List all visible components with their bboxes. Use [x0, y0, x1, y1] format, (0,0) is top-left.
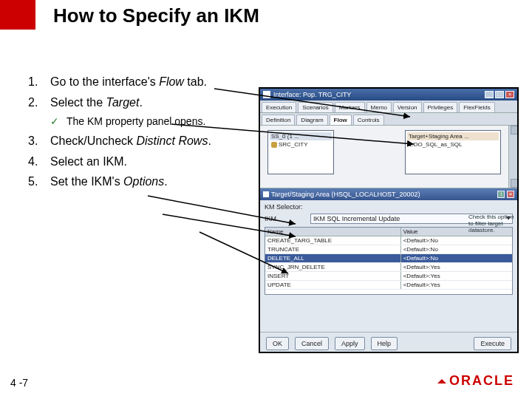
- maximize-button[interactable]: □: [495, 91, 504, 98]
- km-description: Check this option to filter target datas…: [468, 214, 514, 233]
- tab-memo[interactable]: Memo: [366, 102, 392, 112]
- panel-icon: [263, 191, 269, 197]
- step2-text-a: Select the: [50, 96, 106, 109]
- substep-text: The KM property panel opens.: [66, 115, 205, 129]
- opt-value: <Default>:Yes: [401, 281, 512, 289]
- substep-1: ✓ The KM property panel opens.: [50, 115, 250, 129]
- km-panel-title: Target/Staging Area (HSQL_LOCALHOST_2000…: [271, 191, 420, 198]
- step-num: 4.: [28, 154, 50, 170]
- target-row: 1:DO_SQL_as_SQL: [407, 140, 499, 149]
- tabs-row-2: Definition Diagram Flow Controls: [260, 113, 517, 126]
- step-num: 2.: [28, 95, 50, 111]
- km-panel-body: KM Selector: IKM IKM SQL Incremental Upd…: [260, 200, 517, 332]
- opt-name: SYNC_JRN_DELETE: [265, 263, 401, 271]
- grid-row[interactable]: CREATE_TARG_TABLE<Default>:No: [265, 236, 512, 245]
- step2-text-b: .: [139, 96, 142, 109]
- opt-name: INSERT: [265, 272, 401, 280]
- oracle-logo-text: ORACLE: [449, 373, 514, 388]
- tab-scenarios[interactable]: Scenarios: [298, 102, 333, 112]
- step2-target: Target: [106, 96, 140, 109]
- grid-row[interactable]: INSERT<Default>:Yes: [265, 272, 512, 281]
- close-button[interactable]: ×: [505, 91, 514, 98]
- km-selector-label: KM Selector:: [265, 203, 310, 211]
- step-4: 4. Select an IKM.: [28, 154, 250, 170]
- oracle-logo: ORACLE: [437, 373, 514, 389]
- brand-red-block: [0, 0, 35, 30]
- source-header: SS_0 (1 ...: [270, 132, 332, 140]
- page-number: 4 -7: [10, 377, 28, 389]
- tab-version[interactable]: Version: [393, 102, 422, 112]
- tab-diagram[interactable]: Diagram: [296, 115, 327, 125]
- ikm-label: IKM: [265, 215, 310, 222]
- ikm-select-value: IKM SQL Incremental Update: [313, 215, 400, 222]
- step5-text-a: Set the IKM's: [50, 175, 123, 188]
- minimize-button[interactable]: _: [485, 91, 494, 98]
- source-row: SRC_CITY: [270, 140, 332, 149]
- opt-name: UPDATE: [265, 281, 401, 289]
- grid-row[interactable]: DELETE_ALL<Default>:No: [265, 254, 512, 263]
- ok-button[interactable]: OK: [266, 337, 289, 350]
- opt-name: DELETE_ALL: [265, 254, 401, 262]
- execute-button[interactable]: Execute: [474, 337, 511, 350]
- opt-value: <Default>:No: [401, 254, 512, 262]
- source-set-box[interactable]: SS_0 (1 ... SRC_CITY: [267, 130, 334, 174]
- app-icon: [263, 91, 270, 98]
- tab-flexfields[interactable]: FlexFields: [459, 102, 494, 112]
- app-window: Interface: Pop. TRG_CITY _ □ × Execution…: [259, 87, 519, 353]
- oracle-mark-icon: [437, 379, 446, 383]
- table-icon: [271, 142, 277, 148]
- step4-text: Select an IKM.: [50, 154, 250, 170]
- flow-canvas[interactable]: SS_0 (1 ... SRC_CITY Target+Staging Area…: [260, 126, 517, 188]
- options-grid[interactable]: Name Value CREATE_TARG_TABLE<Default>:No…: [265, 227, 513, 295]
- target-staging-box[interactable]: Target+Staging Area ... 1:DO_SQL_as_SQL: [405, 130, 501, 174]
- apply-button[interactable]: Apply: [335, 337, 365, 350]
- step-1: 1. Go to the interface's Flow tab.: [28, 74, 250, 90]
- tab-definition[interactable]: Definition: [262, 115, 295, 125]
- dialog-buttons: OK Cancel Apply Help Execute: [260, 332, 517, 353]
- step3-text-a: Check/Uncheck: [50, 134, 137, 147]
- step3-distinct: Distinct Rows: [137, 134, 208, 147]
- opt-value: <Default>:No: [401, 236, 512, 245]
- step1-text-b: tab.: [184, 75, 207, 88]
- step-num: 1.: [28, 74, 50, 90]
- opt-name: TRUNCATE: [265, 245, 401, 253]
- opt-name: CREATE_TARG_TABLE: [265, 236, 401, 245]
- panel-dock-button[interactable]: ↕: [497, 191, 505, 198]
- tabs-row-1: Execution Scenarios Markers Memo Version…: [260, 100, 517, 113]
- window-titlebar[interactable]: Interface: Pop. TRG_CITY _ □ ×: [260, 89, 517, 100]
- opt-value: <Default>:No: [401, 245, 512, 253]
- step1-flow: Flow: [159, 75, 184, 88]
- help-button[interactable]: Help: [371, 337, 398, 350]
- steps-list: 1. Go to the interface's Flow tab. 2. Se…: [28, 74, 250, 194]
- cancel-button[interactable]: Cancel: [295, 337, 329, 350]
- panel-close-button[interactable]: ×: [507, 191, 514, 198]
- step-num: 3.: [28, 133, 50, 149]
- km-panel-titlebar: Target/Staging Area (HSQL_LOCALHOST_2000…: [260, 188, 517, 200]
- step1-text-a: Go to the interface's: [50, 75, 159, 88]
- grid-row[interactable]: SYNC_JRN_DELETE<Default>:Yes: [265, 263, 512, 272]
- step-num: 5.: [28, 174, 50, 190]
- target-header: Target+Staging Area ...: [407, 132, 499, 140]
- canvas-scrollbar[interactable]: [508, 126, 517, 188]
- tab-privileges[interactable]: Privileges: [423, 102, 458, 112]
- grid-row[interactable]: TRUNCATE<Default>:No: [265, 245, 512, 254]
- step-5: 5. Set the IKM's Options.: [28, 174, 250, 190]
- step-3: 3. Check/Uncheck Distinct Rows.: [28, 133, 250, 149]
- tab-execution[interactable]: Execution: [262, 102, 296, 112]
- window-title: Interface: Pop. TRG_CITY: [273, 91, 351, 98]
- km-selector-field: KM Selector:: [265, 203, 513, 211]
- grid-col-name: Name: [265, 228, 401, 236]
- tab-controls[interactable]: Controls: [353, 115, 384, 125]
- slide-title: How to Specify an IKM: [53, 4, 259, 27]
- tab-flow[interactable]: Flow: [330, 115, 352, 125]
- tab-markers[interactable]: Markers: [335, 102, 365, 112]
- grid-row[interactable]: UPDATE<Default>:Yes: [265, 281, 512, 290]
- check-icon: ✓: [50, 115, 66, 129]
- step-2: 2. Select the Target.: [28, 95, 250, 111]
- source-table-name: SRC_CITY: [279, 141, 308, 148]
- step3-text-b: .: [208, 134, 211, 147]
- step5-text-b: .: [164, 175, 167, 188]
- opt-value: <Default>:Yes: [401, 272, 512, 280]
- opt-value: <Default>:Yes: [401, 263, 512, 271]
- step5-options: Options: [123, 175, 164, 188]
